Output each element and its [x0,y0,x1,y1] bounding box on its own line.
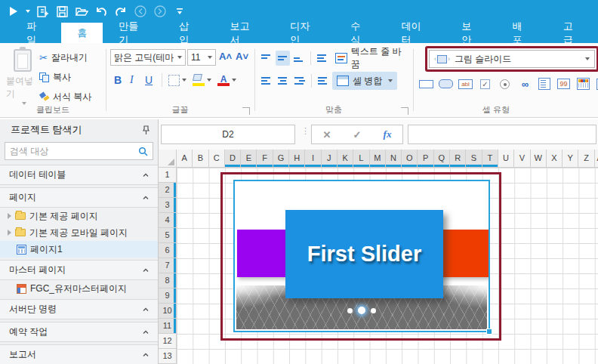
inputbox-icon[interactable]: abl [458,78,473,90]
checkbox-icon[interactable]: ✓ [478,78,492,90]
column-header-S[interactable]: S [466,150,482,168]
sidebar-section-reports[interactable]: 보고서 [0,344,158,364]
tab-deploy[interactable]: 배포 [497,23,547,43]
column-header-Z[interactable]: Z [578,150,594,168]
tab-security[interactable]: 보안 [445,23,496,43]
column-header-I[interactable]: I [305,150,321,168]
link-icon[interactable]: ∞ [517,78,532,90]
row-header-11[interactable]: 11 [159,319,177,334]
tab-home[interactable]: 홈 [61,23,103,43]
wrap-text-button[interactable]: 텍스트 줄 바꿈 [331,49,413,67]
tab-design[interactable]: 디자인 [274,23,334,43]
align-center-button[interactable] [276,73,291,88]
formula-input[interactable] [408,125,596,143]
column-header-F[interactable]: F [257,150,273,168]
sidebar-section-master-pages[interactable]: 마스터 페이지 [0,260,158,280]
insert-function-button[interactable]: fx [384,128,392,140]
column-header-Q[interactable]: Q [434,150,450,168]
search-icon[interactable] [138,147,148,156]
column-header-Y[interactable]: Y [563,150,578,168]
merge-cells-button[interactable]: 셀 병합 [332,72,397,90]
paste-button[interactable]: 붙여넣기 [6,49,39,108]
row-header-6[interactable]: 6 [159,243,177,258]
font-dialog-launcher-icon[interactable] [242,107,250,115]
formula-enter-button[interactable]: ✓ [353,129,362,140]
shrink-font-button[interactable]: A˅ [236,51,248,62]
column-header-V[interactable]: V [514,150,530,168]
tree-item-builtin-mobile-pages[interactable]: 기본 제공 모바일 페이지 [0,224,158,241]
row-header-12[interactable]: 12 [159,334,177,349]
radio-icon[interactable] [498,78,512,90]
bold-button[interactable]: B [112,74,124,86]
align-left-button[interactable] [259,73,274,88]
sidebar-section-data-tables[interactable]: 데이터 테이블 [0,165,158,185]
selection-resize-handle[interactable] [486,329,492,335]
indent-increase-button[interactable] [315,51,330,66]
column-header-T[interactable]: T [482,150,498,168]
font-size-combo[interactable]: 11 [187,49,216,66]
picture-slide-widget[interactable]: First Slider [233,180,490,332]
sidebar-section-server-commands[interactable]: 서버단 명령 [0,299,158,319]
row-header-4[interactable]: 4 [159,213,177,228]
grow-font-button[interactable]: A˄ [219,51,232,62]
valign-middle-button[interactable] [276,51,291,66]
row-header-7[interactable]: 7 [159,258,177,273]
column-header-G[interactable]: G [273,150,289,168]
tab-insert[interactable]: 삽입 [163,23,214,43]
row-header-5[interactable]: 5 [159,228,177,243]
row-header-10[interactable]: 10 [159,304,177,319]
sidebar-section-pages[interactable]: 페이지 [0,187,158,208]
toolbar-options-icon[interactable] [172,4,187,19]
row-header-1[interactable]: 1 [159,168,177,183]
column-header-M[interactable]: M [370,150,386,168]
cell-name-box[interactable]: D2 [161,125,295,144]
select-all-corner[interactable] [159,150,177,168]
valign-top-button[interactable] [259,51,274,66]
nav-forward-icon[interactable] [153,4,168,19]
slide-dot-2-active[interactable] [358,307,365,314]
slide-dot-1[interactable] [347,308,353,313]
textfield-icon[interactable] [419,78,433,90]
run-icon[interactable] [6,4,21,19]
search-input[interactable] [10,146,131,156]
tree-item-builtin-pages[interactable]: 기본 제공 페이지 [0,208,158,224]
column-header-H[interactable]: H [289,150,305,168]
column-header-K[interactable]: K [338,150,353,168]
new-file-icon[interactable] [35,4,50,19]
slide-dot-3[interactable] [371,308,376,313]
row-header-9[interactable]: 9 [159,288,177,304]
row-header-13[interactable]: 13 [159,349,177,364]
button-icon[interactable] [439,78,453,90]
undo-icon[interactable] [94,4,109,19]
border-button[interactable] [168,75,186,86]
column-header-W[interactable]: W [531,150,547,168]
valign-bottom-button[interactable] [291,51,307,66]
calendar-icon[interactable] [576,78,590,90]
tab-advanced[interactable]: 고급 [547,23,598,43]
tab-formula[interactable]: 수식 [334,23,385,43]
listbox-icon[interactable] [537,78,551,90]
row-header-2[interactable]: 2 [159,183,177,198]
font-color-button[interactable]: A [217,74,236,86]
row-header-3[interactable]: 3 [159,198,177,213]
tree-item-page1[interactable]: 페이지1 [0,241,158,258]
run-dropdown-icon[interactable] [26,10,30,13]
underline-button[interactable]: U [145,74,156,86]
column-header-X[interactable]: X [547,150,563,168]
number-icon[interactable]: 99 [556,78,571,90]
save-icon[interactable] [54,4,69,19]
align-dialog-launcher-icon[interactable] [401,107,408,115]
formula-cancel-button[interactable]: ✕ [323,129,331,140]
italic-button[interactable]: I [130,74,139,86]
open-icon[interactable] [74,4,89,19]
column-header-R[interactable]: R [450,150,466,168]
tab-report[interactable]: 보고서 [214,23,274,43]
copy-button[interactable]: 복사 [39,69,91,85]
column-header-AA[interactable]: AA [595,150,598,168]
fill-color-button[interactable] [193,74,211,86]
column-header-P[interactable]: P [418,150,433,168]
column-header-D[interactable]: D [225,150,241,168]
sidebar-section-scheduled-jobs[interactable]: 예약 작업 [0,322,158,342]
column-header-U[interactable]: U [498,150,514,168]
tab-file[interactable]: 파일 [11,23,61,43]
